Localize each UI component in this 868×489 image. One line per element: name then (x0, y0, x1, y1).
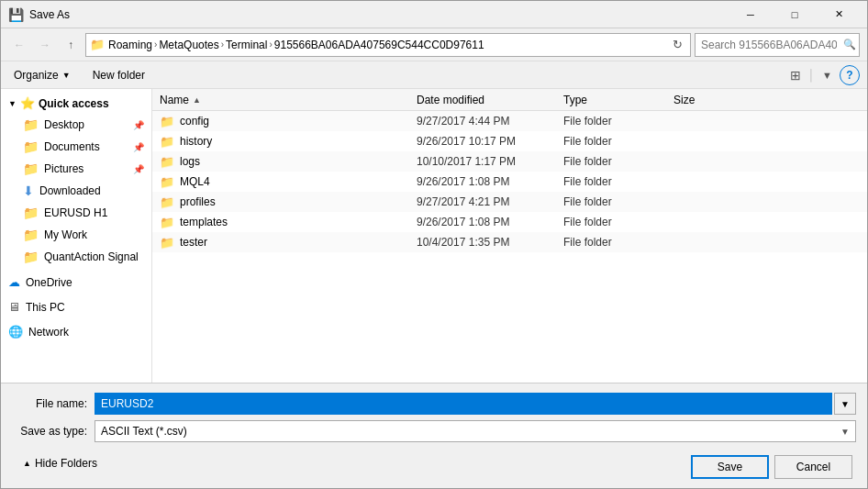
forward-button[interactable]: → (34, 34, 56, 56)
quantaction-folder-icon: 📁 (23, 250, 39, 264)
folder-icon-tester: 📁 (160, 236, 174, 250)
sidebar-item-quantaction[interactable]: 📁 QuantAction Signal (1, 246, 151, 268)
save-button[interactable]: Save (691, 455, 769, 479)
folder-icon-config: 📁 (160, 115, 174, 128)
view-divider: │ (808, 69, 816, 82)
view-dropdown-button[interactable]: ▼ (818, 68, 836, 83)
search-button[interactable]: 🔍 (843, 39, 856, 50)
file-name-templates: 📁 templates (160, 216, 417, 229)
maximize-button[interactable]: □ (773, 6, 816, 24)
thispc-section: 🖥 This PC (1, 296, 151, 317)
file-name-tester: 📁 tester (160, 236, 417, 250)
sidebar-desktop-label: Desktop (44, 118, 84, 131)
file-list: Name ▲ Date modified Type Size 📁 config (152, 89, 867, 383)
organize-button[interactable]: Organize ▼ (8, 67, 76, 83)
button-row: Save Cancel (691, 455, 852, 479)
search-input[interactable] (695, 33, 860, 57)
sidebar-item-downloaded[interactable]: ⬇ Downloaded (1, 180, 151, 202)
col-date-label: Date modified (417, 94, 484, 106)
folder-icon-profiles: 📁 (160, 195, 174, 209)
col-type-header[interactable]: Type (563, 94, 673, 106)
main-content: ▼ ⭐ Quick access 📁 Desktop 📌 📁 Documents… (1, 89, 867, 383)
savetype-value: ASCII Text (*.csv) (101, 425, 187, 438)
sidebar-item-documents[interactable]: 📁 Documents 📌 (1, 136, 151, 158)
sidebar-item-mywork[interactable]: 📁 My Work (1, 224, 151, 246)
sidebar-item-desktop[interactable]: 📁 Desktop 📌 (1, 114, 151, 136)
sidebar-item-network[interactable]: 🌐 Network (1, 321, 151, 342)
sidebar-item-thispc[interactable]: 🖥 This PC (1, 296, 151, 317)
sidebar: ▼ ⭐ Quick access 📁 Desktop 📌 📁 Documents… (1, 89, 152, 383)
address-bar[interactable]: 📁 Roaming › MetaQuotes › Terminal › 9155… (85, 33, 691, 57)
hide-folders-button[interactable]: ▲ Hide Folders (16, 453, 105, 473)
sidebar-mywork-label: My Work (44, 228, 87, 241)
bottom-bar: File name: ▼ Save as type: ASCII Text (*… (1, 383, 867, 488)
back-button[interactable]: ← (8, 34, 30, 56)
action-bar: Organize ▼ New folder ⊞ │ ▼ ? (1, 61, 867, 89)
filename-dropdown-button[interactable]: ▼ (834, 393, 856, 415)
quick-access-section: ▼ ⭐ Quick access 📁 Desktop 📌 📁 Documents… (1, 93, 151, 268)
thispc-icon: 🖥 (8, 300, 20, 314)
filename-row: File name: ▼ (12, 393, 856, 415)
sidebar-eurusd-label: EURUSD H1 (44, 206, 107, 219)
breadcrumb: Roaming › MetaQuotes › Terminal › 915566… (108, 39, 664, 51)
sidebar-item-pictures[interactable]: 📁 Pictures 📌 (1, 158, 151, 180)
search-wrapper: 🔍 (695, 33, 860, 57)
bottom-footer: ▲ Hide Folders Save Cancel (12, 448, 856, 479)
filename-input[interactable] (95, 393, 832, 415)
savetype-row: Save as type: ASCII Text (*.csv) ▼ (12, 420, 856, 442)
table-row[interactable]: 📁 logs 10/10/2017 1:17 PM File folder (152, 151, 867, 172)
quick-access-header[interactable]: ▼ ⭐ Quick access (1, 93, 151, 114)
table-row[interactable]: 📁 MQL4 9/26/2017 1:08 PM File folder (152, 172, 867, 192)
table-row[interactable]: 📁 history 9/26/2017 10:17 PM File folder (152, 131, 867, 151)
folder-icon-history: 📁 (160, 135, 174, 149)
cancel-button[interactable]: Cancel (774, 455, 852, 479)
sidebar-item-eurusd[interactable]: 📁 EURUSD H1 (1, 202, 151, 224)
minimize-button[interactable]: ─ (729, 6, 772, 24)
folder-icon-mql4: 📁 (160, 175, 174, 189)
col-name-header[interactable]: Name ▲ (160, 94, 417, 106)
file-name-mql4: 📁 MQL4 (160, 175, 417, 189)
network-label: Network (28, 326, 69, 339)
sidebar-quantaction-label: QuantAction Signal (44, 250, 139, 263)
breadcrumb-folder: 915566BA06ADA407569C544CC0D97611 (274, 39, 484, 51)
refresh-button[interactable]: ↻ (668, 36, 686, 54)
onedrive-icon: ☁ (8, 275, 20, 289)
mywork-folder-icon: 📁 (23, 228, 39, 242)
sidebar-item-onedrive[interactable]: ☁ OneDrive (1, 272, 151, 293)
up-button[interactable]: ↑ (60, 34, 82, 56)
col-type-label: Type (563, 94, 587, 106)
window-title: Save As (29, 8, 70, 21)
table-row[interactable]: 📁 config 9/27/2017 4:44 PM File folder (152, 111, 867, 131)
savetype-label: Save as type: (12, 425, 95, 438)
hide-folders-chevron: ▲ (23, 459, 31, 468)
file-name-history: 📁 history (160, 135, 417, 149)
savetype-dropdown[interactable]: ASCII Text (*.csv) ▼ (95, 420, 856, 442)
pictures-pin-icon: 📌 (133, 164, 144, 174)
desktop-pin-icon: 📌 (133, 120, 144, 130)
col-date-header[interactable]: Date modified (417, 94, 563, 106)
documents-pin-icon: 📌 (133, 142, 144, 152)
view-toggle-button[interactable]: ⊞ (786, 66, 805, 84)
table-row[interactable]: 📁 profiles 9/27/2017 4:21 PM File folder (152, 192, 867, 212)
help-button[interactable]: ? (840, 65, 860, 85)
address-folder-icon: 📁 (90, 38, 105, 51)
new-folder-button[interactable]: New folder (87, 67, 150, 83)
breadcrumb-metaquotes: MetaQuotes (159, 39, 218, 51)
table-row[interactable]: 📁 templates 9/26/2017 1:08 PM File folde… (152, 212, 867, 232)
col-size-header[interactable]: Size (673, 94, 747, 106)
onedrive-label: OneDrive (26, 276, 72, 289)
close-button[interactable]: ✕ (818, 6, 860, 24)
title-bar-controls: ─ □ ✕ (729, 6, 860, 24)
folder-icon-templates: 📁 (160, 216, 174, 229)
title-bar-left: 💾 Save As (8, 7, 70, 22)
sort-arrow: ▲ (193, 95, 201, 105)
table-row[interactable]: 📁 tester 10/4/2017 1:35 PM File folder (152, 232, 867, 252)
file-name-profiles: 📁 profiles (160, 195, 417, 209)
col-name-label: Name (160, 94, 189, 106)
new-folder-label: New folder (93, 69, 145, 82)
file-name-config: 📁 config (160, 115, 417, 128)
organize-chevron: ▼ (62, 71, 71, 80)
filename-label: File name: (12, 397, 95, 410)
quick-access-label: Quick access (39, 97, 109, 110)
organize-label: Organize (14, 69, 59, 82)
